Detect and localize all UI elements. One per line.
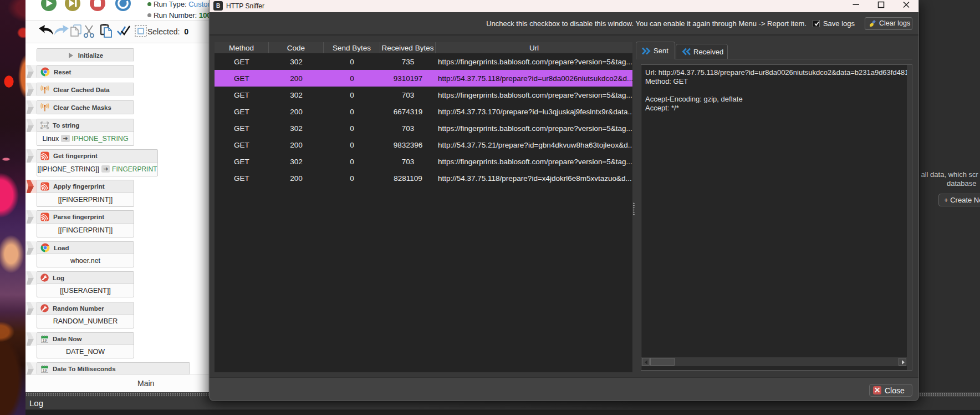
svg-text:TXT: TXT	[42, 124, 48, 128]
svg-text:19: 19	[43, 338, 47, 342]
svg-text:19: 19	[43, 368, 47, 372]
